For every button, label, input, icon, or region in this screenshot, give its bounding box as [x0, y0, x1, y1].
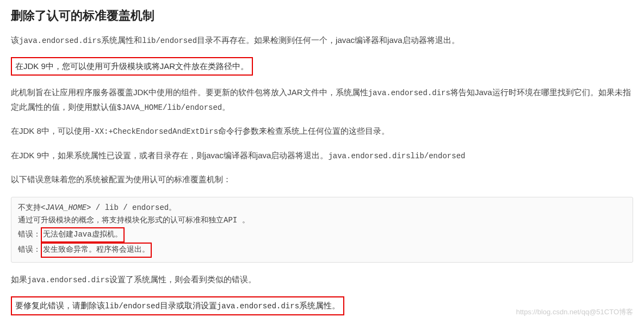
inline-code: java.endorsed.dirs: [19, 36, 101, 45]
text: 错误：: [18, 230, 41, 239]
text: 在JDK 9中，如果系统属性已设置，或者目录存在，则javac编译器和java启…: [11, 151, 328, 160]
text: 此机制旨在让应用程序服务器覆盖JDK中使用的组件。要更新的软件包将放入JAR文件…: [11, 88, 368, 97]
inline-code: lib/endorsed: [142, 36, 197, 45]
text: 目录不再存在。如果检测到任何一个，javac编译器和java启动器将退出。: [197, 35, 460, 45]
highlight-box-2: 要修复此错误，请删除该lib/endorsed目录或取消设置java.endor…: [11, 296, 344, 315]
text: 错误：: [18, 245, 41, 254]
text: 在JDK 9中，您可以使用可升级模块或将JAR文件放在类路径中。: [15, 61, 249, 71]
error-highlight: 发生致命异常。程序将会退出。: [41, 243, 152, 258]
inline-code: $JAVA_HOME/lib/endorsed: [117, 103, 222, 112]
text: 系统属性。: [299, 301, 340, 310]
inline-code: java.endorsed.dirs: [217, 302, 299, 310]
highlight-box-1: 在JDK 9中，您可以使用可升级模块或将JAR文件放在类路径中。: [11, 57, 253, 76]
text: 在JDK 8中，可以使用: [11, 126, 90, 135]
paragraph-6: 如果java.endorsed.dirs设置了系统属性，则会看到类似的错误。: [11, 272, 633, 287]
inline-code: java.endorsed.dirs: [27, 276, 109, 284]
text: / lib / endorsed。: [91, 203, 176, 212]
text: 该: [11, 35, 19, 45]
inline-code: lib/endorsed: [105, 302, 160, 310]
code-line: 通过可升级模块的概念，将支持模块化形式的认可标准和独立API 。: [18, 214, 626, 227]
code-line: 不支持<JAVA_HOME> / lib / endorsed。: [18, 202, 626, 215]
code-block: 不支持<JAVA_HOME> / lib / endorsed。 通过可升级模块…: [11, 197, 633, 263]
paragraph-5: 以下错误意味着您的系统被配置为使用认可的标准覆盖机制：: [11, 172, 633, 187]
code-italic: <JAVA_HOME>: [41, 203, 91, 212]
code-line: 错误：发生致命异常。程序将会退出。: [18, 243, 626, 258]
text: 目录或取消设置: [160, 301, 217, 310]
paragraph-2: 此机制旨在让应用程序服务器覆盖JDK中使用的组件。要更新的软件包将放入JAR文件…: [11, 85, 633, 114]
inline-code: -XX:+CheckEndorsedAndExtDirs: [90, 127, 218, 136]
paragraph-1: 该java.endorsed.dirs系统属性和lib/endorsed目录不再…: [11, 33, 633, 48]
inline-code: java.endorsed.dirs: [368, 89, 450, 97]
text: 命令行参数来检查系统上任何位置的这些目录。: [218, 126, 389, 135]
code-line: 错误：无法创建Java虚拟机。: [18, 227, 626, 243]
error-highlight: 无法创建Java虚拟机。: [41, 227, 125, 243]
text: 如果: [11, 275, 27, 284]
paragraph-3: 在JDK 8中，可以使用-XX:+CheckEndorsedAndExtDirs…: [11, 124, 633, 139]
inline-code: java.endorsed.dirslib/endorsed: [328, 152, 465, 160]
text: 不支持: [18, 203, 41, 212]
text: 系统属性和: [101, 35, 142, 45]
watermark: https://blog.csdn.net/qq@51CTO博客: [516, 306, 633, 319]
text: 要修复此错误，请删除该: [15, 301, 105, 310]
paragraph-4: 在JDK 9中，如果系统属性已设置，或者目录存在，则javac编译器和java启…: [11, 148, 633, 163]
section-heading: 删除了认可的标准覆盖机制: [11, 5, 633, 27]
text: 。: [222, 102, 230, 111]
text: 设置了系统属性，则会看到类似的错误。: [109, 275, 256, 284]
